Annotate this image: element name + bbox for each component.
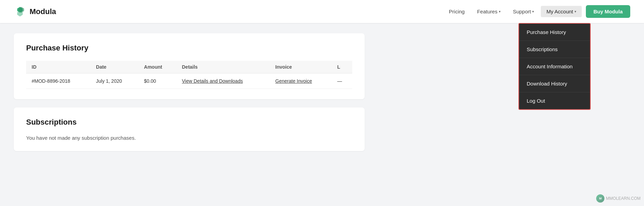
chevron-down-icon: ▾ xyxy=(575,10,576,13)
watermark-logo-icon: M xyxy=(596,194,604,203)
modula-logo-icon xyxy=(14,5,26,18)
cell-date: July 1, 2020 xyxy=(90,73,139,89)
subscriptions-card: Subscriptions You have not made any subs… xyxy=(14,107,365,151)
chevron-down-icon: ▾ xyxy=(532,10,534,13)
watermark: M MMOLEARN.COM xyxy=(596,194,641,203)
nav-my-account[interactable]: My Account ▾ xyxy=(541,6,582,17)
main-content: Purchase History ID Date Amount Details … xyxy=(0,23,378,170)
col-header-amount: Amount xyxy=(139,61,176,73)
nav-pricing[interactable]: Pricing xyxy=(443,6,470,17)
col-header-id: ID xyxy=(26,61,90,73)
logo-area[interactable]: Modula xyxy=(14,5,56,18)
col-header-invoice: Invoice xyxy=(270,61,332,73)
subscriptions-title: Subscriptions xyxy=(26,118,352,127)
subscriptions-empty-text: You have not made any subscription purch… xyxy=(26,135,352,141)
chevron-down-icon: ▾ xyxy=(499,10,501,13)
nav-support[interactable]: Support ▾ xyxy=(507,6,540,17)
table-row: #MOD-8896-2018 July 1, 2020 $0.00 View D… xyxy=(26,73,352,89)
site-header: Modula Pricing Features ▾ Support ▾ My A… xyxy=(0,0,644,23)
dropdown-item-subscriptions[interactable]: Subscriptions xyxy=(519,41,590,58)
nav-features[interactable]: Features ▾ xyxy=(472,6,506,17)
cell-invoice-link[interactable]: Generate Invoice xyxy=(270,73,332,89)
buy-modula-button[interactable]: Buy Modula xyxy=(586,5,630,18)
logo-text: Modula xyxy=(30,7,56,16)
dropdown-item-download-history[interactable]: Download History xyxy=(519,75,590,92)
col-header-extra: L xyxy=(332,61,352,73)
cell-amount: $0.00 xyxy=(139,73,176,89)
col-header-details: Details xyxy=(176,61,270,73)
my-account-dropdown: Purchase History Subscriptions Account I… xyxy=(518,23,591,110)
dropdown-item-account-info[interactable]: Account Information xyxy=(519,58,590,75)
purchase-history-card: Purchase History ID Date Amount Details … xyxy=(14,33,365,99)
purchase-history-title: Purchase History xyxy=(26,44,352,53)
watermark-text: MMOLEARN.COM xyxy=(606,196,641,201)
dropdown-item-logout[interactable]: Log Out xyxy=(519,92,590,109)
cell-id: #MOD-8896-2018 xyxy=(26,73,90,89)
col-header-date: Date xyxy=(90,61,139,73)
table-header-row: ID Date Amount Details Invoice L xyxy=(26,61,352,73)
cell-details-link[interactable]: View Details and Downloads xyxy=(176,73,270,89)
dropdown-item-purchase-history[interactable]: Purchase History xyxy=(519,24,590,41)
cell-last: — xyxy=(332,73,352,89)
main-nav: Pricing Features ▾ Support ▾ My Account … xyxy=(443,5,630,18)
purchase-history-table: ID Date Amount Details Invoice L #MOD-88… xyxy=(26,61,352,89)
